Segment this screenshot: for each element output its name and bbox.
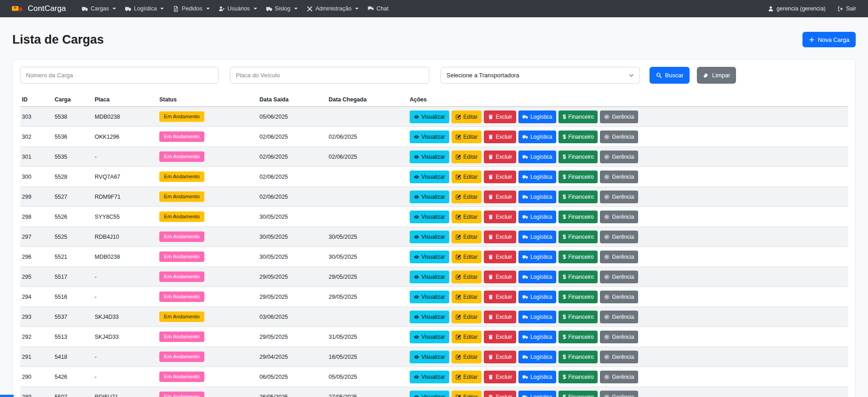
financeiro-button[interactable]: $ Financeiro — [558, 351, 598, 363]
excluir-button[interactable]: Excluir — [484, 171, 516, 183]
financeiro-button[interactable]: $ Financeiro — [558, 251, 598, 263]
editar-button[interactable]: Editar — [452, 191, 482, 203]
logistica-button[interactable]: Logística — [518, 291, 556, 303]
menu-item-usuarios[interactable]: Usuários — [215, 3, 261, 15]
excluir-button[interactable]: Excluir — [484, 351, 516, 363]
gerencia-button[interactable]: Gerência — [600, 171, 638, 183]
gerencia-button[interactable]: Gerência — [600, 151, 638, 163]
gerencia-button[interactable]: Gerência — [600, 231, 638, 243]
visualizar-button[interactable]: Visualizar — [410, 131, 449, 143]
gerencia-button[interactable]: Gerência — [600, 331, 638, 343]
excluir-button[interactable]: Excluir — [484, 311, 516, 323]
excluir-button[interactable]: Excluir — [484, 231, 516, 243]
financeiro-button[interactable]: $ Financeiro — [558, 371, 598, 383]
menu-item-sislog[interactable]: Sislog — [262, 3, 302, 15]
visualizar-button[interactable]: Visualizar — [410, 231, 449, 243]
buscar-button[interactable]: Buscar — [650, 67, 690, 84]
editar-button[interactable]: Editar — [452, 271, 482, 283]
financeiro-button[interactable]: $ Financeiro — [558, 331, 598, 343]
financeiro-button[interactable]: $ Financeiro — [558, 171, 598, 183]
gerencia-button[interactable]: Gerência — [600, 351, 638, 363]
visualizar-button[interactable]: Visualizar — [410, 211, 449, 223]
logistica-button[interactable]: Logística — [518, 351, 556, 363]
gerencia-button[interactable]: Gerência — [600, 271, 638, 283]
excluir-button[interactable]: Excluir — [484, 391, 516, 397]
excluir-button[interactable]: Excluir — [484, 371, 516, 383]
brand[interactable]: ContCarga — [28, 4, 66, 13]
gerencia-button[interactable]: Gerência — [600, 311, 638, 323]
excluir-button[interactable]: Excluir — [484, 191, 516, 203]
excluir-button[interactable]: Excluir — [484, 291, 516, 303]
editar-button[interactable]: Editar — [452, 331, 482, 343]
gerencia-button[interactable]: Gerência — [600, 371, 638, 383]
editar-button[interactable]: Editar — [452, 131, 482, 143]
gerencia-button[interactable]: Gerência — [600, 251, 638, 263]
menu-item-administracao[interactable]: Administração — [303, 3, 363, 15]
excluir-button[interactable]: Excluir — [484, 131, 516, 143]
logistica-button[interactable]: Logística — [518, 191, 556, 203]
visualizar-button[interactable]: Visualizar — [410, 311, 449, 323]
financeiro-button[interactable]: $ Financeiro — [558, 131, 598, 143]
limpar-button[interactable]: Limpar — [697, 67, 736, 84]
placa-veiculo-input[interactable] — [230, 67, 429, 84]
excluir-button[interactable]: Excluir — [484, 251, 516, 263]
menu-item-pedidos[interactable]: Pedidos — [169, 3, 213, 15]
editar-button[interactable]: Editar — [452, 251, 482, 263]
editar-button[interactable]: Editar — [452, 231, 482, 243]
menu-item-chat[interactable]: Chat — [364, 3, 392, 15]
financeiro-button[interactable]: $ Financeiro — [558, 211, 598, 223]
logistica-button[interactable]: Logística — [518, 371, 556, 383]
gerencia-button[interactable]: Gerência — [600, 111, 638, 123]
financeiro-button[interactable]: $ Financeiro — [558, 391, 598, 397]
financeiro-button[interactable]: $ Financeiro — [558, 311, 598, 323]
visualizar-button[interactable]: Visualizar — [410, 331, 449, 343]
visualizar-button[interactable]: Visualizar — [410, 191, 449, 203]
logistica-button[interactable]: Logística — [518, 331, 556, 343]
editar-button[interactable]: Editar — [452, 311, 482, 323]
logistica-button[interactable]: Logística — [518, 171, 556, 183]
logistica-button[interactable]: Logística — [518, 151, 556, 163]
excluir-button[interactable]: Excluir — [484, 271, 516, 283]
financeiro-button[interactable]: $ Financeiro — [558, 231, 598, 243]
excluir-button[interactable]: Excluir — [484, 331, 516, 343]
logistica-button[interactable]: Logística — [518, 391, 556, 397]
financeiro-button[interactable]: $ Financeiro — [558, 291, 598, 303]
editar-button[interactable]: Editar — [452, 371, 482, 383]
transportadora-select[interactable]: Selecione a Transportadora — [441, 67, 640, 84]
gerencia-button[interactable]: Gerência — [600, 391, 638, 397]
gerencia-button[interactable]: Gerência — [600, 291, 638, 303]
user-menu[interactable]: gerencia (gerencia) — [767, 3, 827, 15]
logistica-button[interactable]: Logística — [518, 271, 556, 283]
logistica-button[interactable]: Logística — [518, 231, 556, 243]
logistica-button[interactable]: Logística — [518, 131, 556, 143]
excluir-button[interactable]: Excluir — [484, 151, 516, 163]
gerencia-button[interactable]: Gerência — [600, 131, 638, 143]
editar-button[interactable]: Editar — [452, 151, 482, 163]
logistica-button[interactable]: Logística — [518, 211, 556, 223]
editar-button[interactable]: Editar — [452, 391, 482, 397]
visualizar-button[interactable]: Visualizar — [410, 391, 449, 397]
nova-carga-button[interactable]: Nova Carga — [802, 32, 856, 47]
logistica-button[interactable]: Logística — [518, 251, 556, 263]
visualizar-button[interactable]: Visualizar — [410, 291, 449, 303]
visualizar-button[interactable]: Visualizar — [410, 111, 449, 123]
visualizar-button[interactable]: Visualizar — [410, 171, 449, 183]
visualizar-button[interactable]: Visualizar — [410, 351, 449, 363]
numero-carga-input[interactable] — [20, 67, 218, 84]
financeiro-button[interactable]: $ Financeiro — [558, 151, 598, 163]
financeiro-button[interactable]: $ Financeiro — [558, 191, 598, 203]
excluir-button[interactable]: Excluir — [484, 211, 516, 223]
visualizar-button[interactable]: Visualizar — [410, 251, 449, 263]
visualizar-button[interactable]: Visualizar — [410, 151, 449, 163]
financeiro-button[interactable]: $ Financeiro — [558, 111, 598, 123]
visualizar-button[interactable]: Visualizar — [410, 271, 449, 283]
editar-button[interactable]: Editar — [452, 291, 482, 303]
editar-button[interactable]: Editar — [452, 211, 482, 223]
logistica-button[interactable]: Logística — [518, 111, 556, 123]
menu-item-logistica[interactable]: Logística — [121, 3, 168, 15]
menu-item-cargas[interactable]: Cargas — [78, 3, 120, 15]
logistica-button[interactable]: Logística — [518, 311, 556, 323]
gerencia-button[interactable]: Gerência — [600, 211, 638, 223]
editar-button[interactable]: Editar — [452, 111, 482, 123]
logout-button[interactable]: Sair — [837, 3, 857, 15]
